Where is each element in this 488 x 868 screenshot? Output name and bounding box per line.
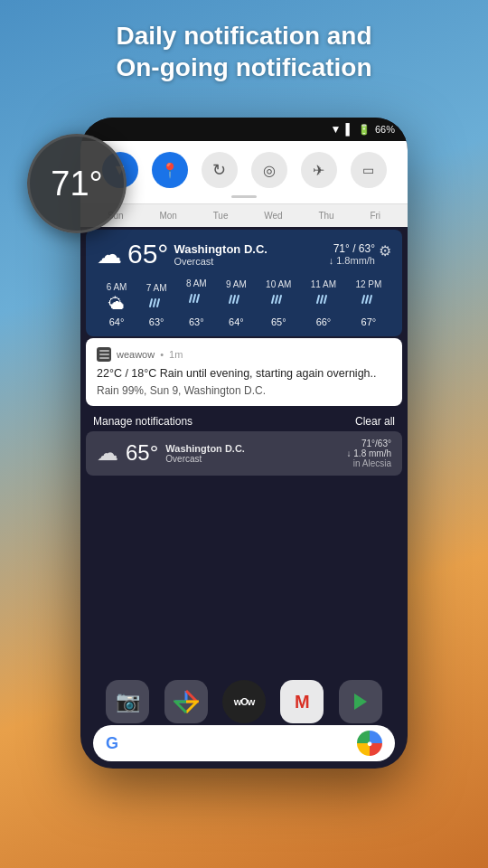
weather-main-row: ☁ 65° Washington D.C. Overcast 71° / 63°… bbox=[97, 239, 391, 269]
wow-app-icon[interactable]: wOw bbox=[222, 680, 266, 723]
svg-line-7 bbox=[233, 296, 235, 303]
qs-sync-btn[interactable]: ↻ bbox=[202, 152, 238, 188]
camera-app-icon[interactable]: 📷 bbox=[106, 680, 149, 723]
svg-line-1 bbox=[154, 299, 155, 307]
hour-temp-10am: 65° bbox=[271, 316, 286, 327]
status-right: ▼ ▌ 🔋 66% bbox=[331, 123, 395, 136]
battery-icon: 🔋 bbox=[358, 124, 371, 136]
cal-day-fri: Fri bbox=[370, 211, 380, 221]
svg-line-11 bbox=[279, 296, 281, 303]
svg-line-10 bbox=[276, 296, 277, 303]
hour-label-7am: 7 AM bbox=[146, 283, 167, 293]
manage-notifications-label: Manage notifications bbox=[93, 415, 192, 428]
temperature-bubble: 71° bbox=[27, 134, 127, 233]
hour-icon-12pm bbox=[361, 292, 377, 314]
svg-marker-18 bbox=[354, 693, 367, 710]
hour-label-9am: 9 AM bbox=[226, 279, 247, 289]
weather-location: Washington D.C. bbox=[174, 242, 267, 256]
svg-line-15 bbox=[362, 296, 364, 303]
hour-item-8am: 8 AM 63° bbox=[186, 278, 207, 327]
app-dock: 📷 wOw M bbox=[80, 680, 408, 723]
cloud-icon-large: ☁ bbox=[97, 240, 122, 269]
svg-line-4 bbox=[193, 295, 195, 302]
mini-temp: 65° bbox=[126, 440, 158, 466]
home-screen: 📷 wOw M G ● bbox=[80, 588, 408, 769]
hour-temp-7am: 63° bbox=[149, 316, 164, 327]
header-title-line1: Daily notification and bbox=[36, 20, 452, 52]
hour-item-10am: 10 AM 65° bbox=[266, 279, 291, 327]
manage-notifications-bar: Manage notifications Clear all bbox=[80, 408, 408, 431]
weawow-app-icon bbox=[97, 347, 111, 362]
svg-line-12 bbox=[317, 296, 319, 303]
hour-item-7am: 7 AM 63° bbox=[146, 283, 167, 327]
quick-settings-panel: ▼ 📍 ↻ ◎ ✈ ▭ bbox=[80, 141, 408, 203]
weather-right-group: 71° / 63° ↓ 1.8mm/h ⚙ bbox=[329, 242, 391, 266]
mini-cloud-icon: ☁ bbox=[97, 440, 118, 466]
qs-icons-row: ▼ 📍 ↻ ◎ ✈ ▭ bbox=[80, 148, 408, 192]
svg-line-17 bbox=[370, 296, 371, 303]
notif-time: 1m bbox=[169, 349, 183, 360]
battery-percent: 66% bbox=[375, 124, 395, 135]
gmail-app-icon[interactable]: M bbox=[280, 680, 324, 723]
weather-gear-icon[interactable]: ⚙ bbox=[379, 242, 391, 259]
hour-icon-11am bbox=[315, 292, 332, 314]
photos-app-icon[interactable] bbox=[164, 680, 208, 723]
hour-icon-9am bbox=[228, 292, 244, 314]
hour-temp-9am: 64° bbox=[229, 316, 244, 327]
mini-location: Washington D.C. bbox=[165, 443, 245, 454]
hour-item-9am: 9 AM 64° bbox=[226, 279, 247, 327]
weather-location-group: Washington D.C. Overcast bbox=[174, 242, 267, 267]
weather-left-group: ☁ 65° Washington D.C. Overcast bbox=[97, 239, 267, 269]
hour-icon-8am bbox=[188, 291, 204, 314]
wifi-icon: ▼ bbox=[331, 123, 342, 136]
qs-airplane-btn[interactable]: ✈ bbox=[301, 152, 337, 188]
notif-separator: • bbox=[160, 349, 164, 360]
mini-weather-left: ☁ 65° Washington D.C. Overcast bbox=[97, 440, 245, 466]
hour-label-6am: 6 AM bbox=[107, 282, 127, 292]
mini-high-low: 71°/63° bbox=[347, 439, 391, 448]
hour-item-11am: 11 AM 66° bbox=[311, 279, 336, 327]
svg-line-3 bbox=[190, 295, 192, 302]
weather-stats: 71° / 63° ↓ 1.8mm/h bbox=[329, 242, 375, 266]
cal-day-thu: Thu bbox=[318, 211, 333, 221]
hourly-forecast-row: 6 AM 🌥 64° 7 AM 63° 8 AM 63° 9 AM bbox=[97, 278, 391, 327]
mini-precip: ↓ 1.8 mm/h bbox=[347, 448, 391, 458]
hour-label-10am: 10 AM bbox=[266, 279, 291, 289]
hour-item-12pm: 12 PM 67° bbox=[355, 279, 381, 327]
mini-extra: in Alecsia bbox=[347, 458, 391, 468]
hour-icon-7am bbox=[148, 296, 164, 314]
hour-icon-10am bbox=[270, 292, 286, 314]
svg-line-13 bbox=[321, 296, 323, 303]
mini-weather-card: ☁ 65° Washington D.C. Overcast 71°/63° ↓… bbox=[86, 431, 402, 476]
qs-cast-btn[interactable]: ▭ bbox=[351, 152, 387, 188]
hour-item-6am: 6 AM 🌥 64° bbox=[107, 282, 127, 327]
google-search-bar[interactable]: G ● bbox=[93, 725, 395, 761]
notif-app-name: weawow bbox=[117, 349, 155, 360]
bubble-temperature: 71° bbox=[51, 165, 102, 203]
hour-temp-6am: 64° bbox=[109, 316, 125, 327]
play-store-icon[interactable] bbox=[339, 680, 382, 723]
cal-day-tue: Tue bbox=[213, 211, 229, 221]
qs-location-btn[interactable]: 📍 bbox=[152, 152, 188, 188]
hour-label-12pm: 12 PM bbox=[355, 279, 381, 289]
clear-all-button[interactable]: Clear all bbox=[355, 415, 395, 428]
svg-line-2 bbox=[157, 299, 159, 307]
qs-hotspot-btn[interactable]: ◎ bbox=[251, 152, 287, 188]
hour-temp-8am: 63° bbox=[189, 316, 204, 327]
notif-header-row: weawow • 1m bbox=[97, 347, 391, 362]
google-mic-icon[interactable]: ● bbox=[357, 731, 382, 756]
signal-icon: ▌ bbox=[345, 123, 353, 136]
svg-line-14 bbox=[324, 296, 326, 303]
svg-line-6 bbox=[230, 296, 231, 303]
cal-day-wed: Wed bbox=[264, 211, 282, 221]
calendar-strip: Sun Mon Tue Wed Thu Fri bbox=[80, 203, 408, 227]
weather-temp-large: 65° bbox=[127, 239, 168, 269]
cal-day-mon: Mon bbox=[159, 211, 176, 221]
notif-body-line1: 22°C / 18°C Rain until evening, starting… bbox=[97, 366, 391, 382]
hour-temp-11am: 66° bbox=[316, 316, 332, 327]
ongoing-notification-card: weawow • 1m 22°C / 18°C Rain until eveni… bbox=[86, 338, 402, 406]
svg-line-16 bbox=[366, 296, 368, 303]
phone-frame: ▼ ▌ 🔋 66% ▼ 📍 ↻ ◎ ✈ ▭ Sun Mon Tue Wed Th… bbox=[80, 118, 408, 769]
svg-line-9 bbox=[272, 296, 274, 303]
notif-body-line2: Rain 99%, Sun 9, Washington D.C. bbox=[97, 384, 391, 397]
